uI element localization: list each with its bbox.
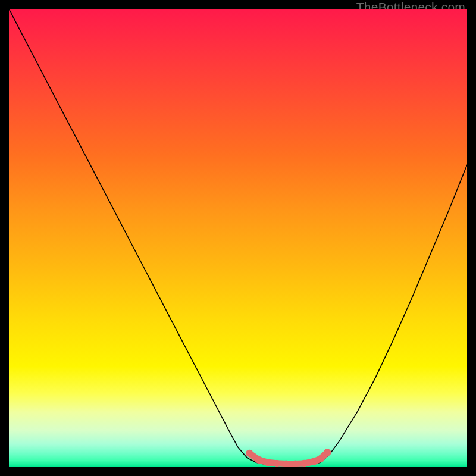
- band-dot: [310, 458, 317, 465]
- band-dot: [317, 455, 324, 462]
- optimal-band-dots: [246, 449, 331, 467]
- chart-container: TheBottleneck.com: [0, 0, 476, 476]
- plot-area: [9, 9, 467, 467]
- band-dot: [273, 460, 280, 467]
- band-dot: [264, 459, 271, 466]
- band-dot: [300, 460, 308, 467]
- band-dot: [255, 456, 262, 463]
- chart-svg: [9, 9, 467, 467]
- left-curve: [9, 9, 256, 462]
- band-dot: [324, 449, 331, 456]
- band-dot: [246, 450, 253, 457]
- right-curve: [321, 165, 467, 463]
